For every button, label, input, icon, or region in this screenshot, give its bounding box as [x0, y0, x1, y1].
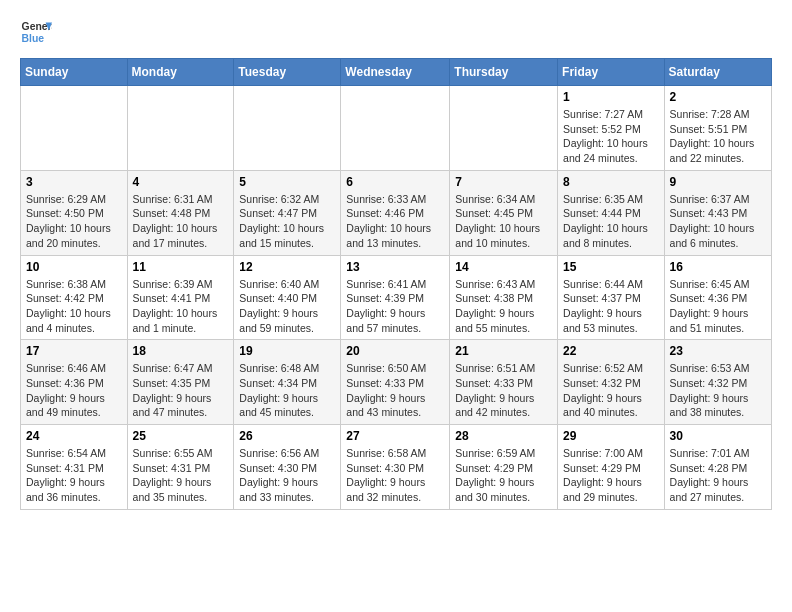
day-info: Sunrise: 6:35 AM Sunset: 4:44 PM Dayligh… — [563, 192, 659, 251]
calendar-day-30: 30Sunrise: 7:01 AM Sunset: 4:28 PM Dayli… — [664, 425, 771, 510]
page-header: General Blue — [20, 16, 772, 48]
day-number: 20 — [346, 344, 444, 358]
calendar-day-12: 12Sunrise: 6:40 AM Sunset: 4:40 PM Dayli… — [234, 255, 341, 340]
calendar-day-5: 5Sunrise: 6:32 AM Sunset: 4:47 PM Daylig… — [234, 170, 341, 255]
day-number: 4 — [133, 175, 229, 189]
calendar-empty-cell — [21, 86, 128, 171]
day-info: Sunrise: 7:28 AM Sunset: 5:51 PM Dayligh… — [670, 107, 766, 166]
day-info: Sunrise: 6:34 AM Sunset: 4:45 PM Dayligh… — [455, 192, 552, 251]
calendar-day-15: 15Sunrise: 6:44 AM Sunset: 4:37 PM Dayli… — [558, 255, 665, 340]
day-number: 19 — [239, 344, 335, 358]
day-info: Sunrise: 6:31 AM Sunset: 4:48 PM Dayligh… — [133, 192, 229, 251]
day-number: 21 — [455, 344, 552, 358]
calendar-empty-cell — [234, 86, 341, 171]
calendar-day-3: 3Sunrise: 6:29 AM Sunset: 4:50 PM Daylig… — [21, 170, 128, 255]
weekday-header-sunday: Sunday — [21, 59, 128, 86]
day-number: 7 — [455, 175, 552, 189]
day-info: Sunrise: 6:50 AM Sunset: 4:33 PM Dayligh… — [346, 361, 444, 420]
day-info: Sunrise: 6:43 AM Sunset: 4:38 PM Dayligh… — [455, 277, 552, 336]
calendar-week-row: 24Sunrise: 6:54 AM Sunset: 4:31 PM Dayli… — [21, 425, 772, 510]
day-number: 9 — [670, 175, 766, 189]
logo: General Blue — [20, 16, 52, 48]
calendar-day-24: 24Sunrise: 6:54 AM Sunset: 4:31 PM Dayli… — [21, 425, 128, 510]
day-number: 27 — [346, 429, 444, 443]
day-number: 6 — [346, 175, 444, 189]
calendar-day-1: 1Sunrise: 7:27 AM Sunset: 5:52 PM Daylig… — [558, 86, 665, 171]
day-info: Sunrise: 6:55 AM Sunset: 4:31 PM Dayligh… — [133, 446, 229, 505]
calendar-header-row: SundayMondayTuesdayWednesdayThursdayFrid… — [21, 59, 772, 86]
calendar-day-4: 4Sunrise: 6:31 AM Sunset: 4:48 PM Daylig… — [127, 170, 234, 255]
day-info: Sunrise: 6:54 AM Sunset: 4:31 PM Dayligh… — [26, 446, 122, 505]
day-info: Sunrise: 6:56 AM Sunset: 4:30 PM Dayligh… — [239, 446, 335, 505]
day-info: Sunrise: 6:51 AM Sunset: 4:33 PM Dayligh… — [455, 361, 552, 420]
calendar-day-25: 25Sunrise: 6:55 AM Sunset: 4:31 PM Dayli… — [127, 425, 234, 510]
calendar-empty-cell — [341, 86, 450, 171]
day-number: 8 — [563, 175, 659, 189]
weekday-header-wednesday: Wednesday — [341, 59, 450, 86]
calendar-week-row: 1Sunrise: 7:27 AM Sunset: 5:52 PM Daylig… — [21, 86, 772, 171]
calendar-day-19: 19Sunrise: 6:48 AM Sunset: 4:34 PM Dayli… — [234, 340, 341, 425]
day-number: 13 — [346, 260, 444, 274]
day-number: 1 — [563, 90, 659, 104]
day-info: Sunrise: 6:32 AM Sunset: 4:47 PM Dayligh… — [239, 192, 335, 251]
calendar-day-28: 28Sunrise: 6:59 AM Sunset: 4:29 PM Dayli… — [450, 425, 558, 510]
calendar-day-23: 23Sunrise: 6:53 AM Sunset: 4:32 PM Dayli… — [664, 340, 771, 425]
calendar-day-14: 14Sunrise: 6:43 AM Sunset: 4:38 PM Dayli… — [450, 255, 558, 340]
day-number: 14 — [455, 260, 552, 274]
day-number: 5 — [239, 175, 335, 189]
calendar-day-9: 9Sunrise: 6:37 AM Sunset: 4:43 PM Daylig… — [664, 170, 771, 255]
day-number: 25 — [133, 429, 229, 443]
calendar-day-7: 7Sunrise: 6:34 AM Sunset: 4:45 PM Daylig… — [450, 170, 558, 255]
calendar-week-row: 17Sunrise: 6:46 AM Sunset: 4:36 PM Dayli… — [21, 340, 772, 425]
day-info: Sunrise: 7:00 AM Sunset: 4:29 PM Dayligh… — [563, 446, 659, 505]
calendar-day-18: 18Sunrise: 6:47 AM Sunset: 4:35 PM Dayli… — [127, 340, 234, 425]
calendar-day-29: 29Sunrise: 7:00 AM Sunset: 4:29 PM Dayli… — [558, 425, 665, 510]
weekday-header-friday: Friday — [558, 59, 665, 86]
weekday-header-saturday: Saturday — [664, 59, 771, 86]
day-number: 23 — [670, 344, 766, 358]
calendar-table: SundayMondayTuesdayWednesdayThursdayFrid… — [20, 58, 772, 510]
day-info: Sunrise: 7:01 AM Sunset: 4:28 PM Dayligh… — [670, 446, 766, 505]
calendar-day-26: 26Sunrise: 6:56 AM Sunset: 4:30 PM Dayli… — [234, 425, 341, 510]
calendar-empty-cell — [127, 86, 234, 171]
day-info: Sunrise: 7:27 AM Sunset: 5:52 PM Dayligh… — [563, 107, 659, 166]
weekday-header-tuesday: Tuesday — [234, 59, 341, 86]
day-number: 30 — [670, 429, 766, 443]
day-info: Sunrise: 6:52 AM Sunset: 4:32 PM Dayligh… — [563, 361, 659, 420]
day-info: Sunrise: 6:47 AM Sunset: 4:35 PM Dayligh… — [133, 361, 229, 420]
calendar-day-6: 6Sunrise: 6:33 AM Sunset: 4:46 PM Daylig… — [341, 170, 450, 255]
logo-icon: General Blue — [20, 16, 52, 48]
svg-text:Blue: Blue — [22, 33, 45, 44]
day-number: 2 — [670, 90, 766, 104]
calendar-day-2: 2Sunrise: 7:28 AM Sunset: 5:51 PM Daylig… — [664, 86, 771, 171]
calendar-day-27: 27Sunrise: 6:58 AM Sunset: 4:30 PM Dayli… — [341, 425, 450, 510]
day-info: Sunrise: 6:29 AM Sunset: 4:50 PM Dayligh… — [26, 192, 122, 251]
day-number: 17 — [26, 344, 122, 358]
day-info: Sunrise: 6:45 AM Sunset: 4:36 PM Dayligh… — [670, 277, 766, 336]
calendar-day-17: 17Sunrise: 6:46 AM Sunset: 4:36 PM Dayli… — [21, 340, 128, 425]
day-info: Sunrise: 6:48 AM Sunset: 4:34 PM Dayligh… — [239, 361, 335, 420]
day-number: 22 — [563, 344, 659, 358]
day-info: Sunrise: 6:37 AM Sunset: 4:43 PM Dayligh… — [670, 192, 766, 251]
day-number: 29 — [563, 429, 659, 443]
day-info: Sunrise: 6:39 AM Sunset: 4:41 PM Dayligh… — [133, 277, 229, 336]
calendar-day-10: 10Sunrise: 6:38 AM Sunset: 4:42 PM Dayli… — [21, 255, 128, 340]
weekday-header-monday: Monday — [127, 59, 234, 86]
day-number: 3 — [26, 175, 122, 189]
day-info: Sunrise: 6:58 AM Sunset: 4:30 PM Dayligh… — [346, 446, 444, 505]
calendar-day-16: 16Sunrise: 6:45 AM Sunset: 4:36 PM Dayli… — [664, 255, 771, 340]
calendar-day-11: 11Sunrise: 6:39 AM Sunset: 4:41 PM Dayli… — [127, 255, 234, 340]
calendar-empty-cell — [450, 86, 558, 171]
day-info: Sunrise: 6:44 AM Sunset: 4:37 PM Dayligh… — [563, 277, 659, 336]
weekday-header-thursday: Thursday — [450, 59, 558, 86]
day-number: 28 — [455, 429, 552, 443]
calendar-day-8: 8Sunrise: 6:35 AM Sunset: 4:44 PM Daylig… — [558, 170, 665, 255]
day-number: 16 — [670, 260, 766, 274]
day-number: 15 — [563, 260, 659, 274]
day-info: Sunrise: 6:38 AM Sunset: 4:42 PM Dayligh… — [26, 277, 122, 336]
day-number: 18 — [133, 344, 229, 358]
day-info: Sunrise: 6:40 AM Sunset: 4:40 PM Dayligh… — [239, 277, 335, 336]
calendar-day-20: 20Sunrise: 6:50 AM Sunset: 4:33 PM Dayli… — [341, 340, 450, 425]
calendar-week-row: 3Sunrise: 6:29 AM Sunset: 4:50 PM Daylig… — [21, 170, 772, 255]
day-info: Sunrise: 6:41 AM Sunset: 4:39 PM Dayligh… — [346, 277, 444, 336]
